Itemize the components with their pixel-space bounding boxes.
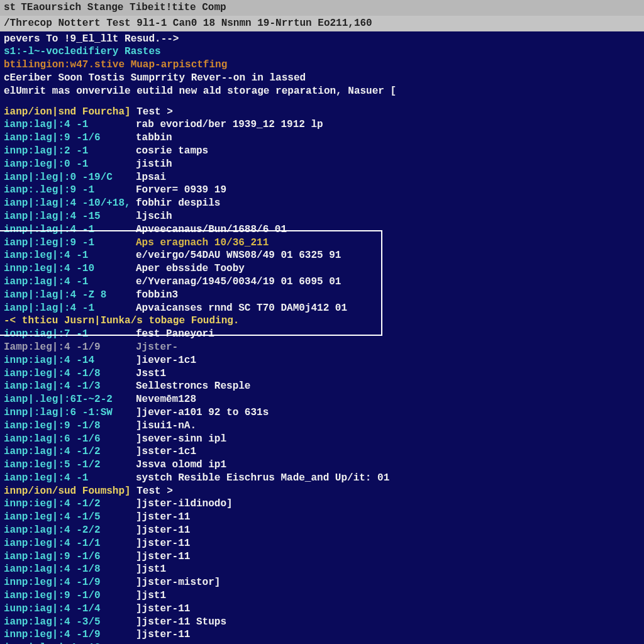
terminal-line: innp|:lag|:4 -1Apveecanaus/Bun/1688/6 01 bbox=[4, 223, 640, 236]
line-prefix: innp|:lag|:4 -1 bbox=[4, 223, 136, 236]
line-content: ]jster-11 bbox=[136, 524, 190, 537]
line-prefix: ianp:lag|:4 -1/8 bbox=[4, 563, 136, 576]
section-header-rest: Test > bbox=[131, 485, 173, 498]
line-content: Jssva olomd ip1 bbox=[136, 458, 226, 472]
line-prefix: innp:ieg|:4 -1/2 bbox=[4, 497, 136, 511]
line-content: Jsst1 bbox=[136, 367, 166, 380]
terminal-area[interactable]: pevers To !9_El_llt Resud.-->s1:-l~-vocl… bbox=[0, 31, 644, 644]
line-prefix: ianp:leg|:0 -1 bbox=[4, 158, 136, 171]
line-prefix: ianp:leg|:4 -1 bbox=[4, 472, 136, 485]
line-content: ]sster-1c1 bbox=[136, 445, 196, 458]
line-prefix: ianp:lag|:6 -1/6 bbox=[4, 433, 136, 446]
menubar-text: /Threcop Nottert Test 9l1-1 Can0 18 Nsnm… bbox=[4, 17, 372, 30]
terminal-line: ianp|:lag|:4 -16 bbox=[4, 641, 640, 644]
line-content: ]jster-11 bbox=[136, 550, 190, 564]
line-content: e/Yveranag/1945/0034/19 01 6095 01 bbox=[136, 275, 341, 289]
line-content: rab evoriod/ber 1939_12 1912 lp bbox=[136, 118, 323, 131]
terminal-line: ianp|:lag|:4 -Z 8fobbin3 bbox=[4, 289, 640, 302]
terminal-line: ianp:leg|:5 -1/2Jssva olomd ip1 bbox=[4, 458, 640, 472]
terminal-line: ianp:lag|:9 -1/6tabbin bbox=[4, 131, 640, 145]
line-content: Apvaicanses rnnd SC T70 DAM0j412 01 bbox=[136, 302, 347, 315]
line-prefix: ianp:.leg|:9 -1 bbox=[4, 184, 136, 197]
section-header-prefix: ianp/ion|snd Fourcha] bbox=[4, 106, 131, 119]
line-content: ]jster-11 Stups bbox=[136, 616, 226, 629]
status-line: -< thticu Jusrn|Iunka/s tobage Fouding. bbox=[4, 314, 640, 328]
line-prefix: ianp|:leg|:9 -1 bbox=[4, 236, 136, 250]
line-prefix: ianp|:lag|:4 -10/+18, bbox=[4, 197, 136, 210]
line-content: jistih bbox=[136, 158, 172, 171]
terminal-line: ianp|:leg|:9 -1Aps eragnach 10/36_211 bbox=[4, 236, 640, 250]
line-content: e/veirgo/54DAU WNS08/49 01 6325 91 bbox=[136, 249, 341, 262]
line-prefix: ianp:leg|:4 -1 bbox=[4, 249, 136, 262]
line-prefix: ianp|:lag|:4 -Z 8 bbox=[4, 289, 136, 302]
section-header: innp/ion/sud Foumshp] Test > bbox=[4, 485, 640, 498]
line-prefix: iunp:iag|:4 -1/4 bbox=[4, 602, 136, 616]
line-content: ]iever-1c1 bbox=[136, 354, 196, 367]
line-prefix: ianp:leg|:5 -1/2 bbox=[4, 458, 136, 472]
line-content: ]jst1 bbox=[136, 589, 166, 602]
terminal-line: ianp:lag|:4 -3/5]jster-11 Stups bbox=[4, 616, 640, 629]
line-prefix: ianp|.leg|:6I-~2-2 bbox=[4, 393, 136, 406]
terminal-line: pevers To !9_El_llt Resud.--> bbox=[4, 33, 640, 46]
terminal-line: ianp:leg|:9 -1/0]jst1 bbox=[4, 589, 640, 602]
terminal-line: innp:leg|:4 -1/9]jster-11 bbox=[4, 628, 640, 641]
terminal-line: ionp:iag|:7 -1fest Paneyori bbox=[4, 328, 640, 341]
line-prefix: ianp:lag|:4 -2/2 bbox=[4, 524, 136, 537]
line-prefix: ianp:lag|:4 -3/5 bbox=[4, 616, 136, 629]
terminal-line: ianp:lag|:6 -1/6]sever-sinn ipl bbox=[4, 433, 640, 446]
terminal-line: ianp:.leg|:9 -1Forver= 0939 19 bbox=[4, 184, 640, 197]
terminal-line: ianp:leg|:4 -1/1]jster-11 bbox=[4, 537, 640, 550]
line-content: Nevemēm128 bbox=[136, 393, 196, 406]
terminal-line: iunp:iag|:4 -1/4]jster-11 bbox=[4, 602, 640, 616]
line-content: Jjster- bbox=[136, 341, 178, 354]
line-prefix: ianp:leg|:9 -1/8 bbox=[4, 419, 136, 433]
terminal-line: Iamp:leg|:4 -1/9Jjster- bbox=[4, 341, 640, 354]
line-content: ]jster-11 bbox=[136, 628, 190, 641]
line-content: ]jster-11 bbox=[136, 511, 190, 524]
line-content: ]jster-mistor] bbox=[136, 576, 220, 589]
terminal-line: cEeriber Soon Tostis Sumprrity Rever--on… bbox=[4, 72, 640, 85]
terminal-line: innp|:lag|:6 -1:SW]jever-a101 92 to 631s bbox=[4, 406, 640, 419]
title-bar: st TEaoursich Stange Tibeit!tite Comp bbox=[0, 0, 644, 16]
line-content: ]jst1 bbox=[136, 563, 166, 576]
terminal-line: ianp|:leg|:0 -19/Clpsai bbox=[4, 171, 640, 184]
line-prefix: innp:leg|:4 -1/9 bbox=[4, 576, 136, 589]
line-prefix: innp:iag|:4 -14 bbox=[4, 354, 136, 367]
line-prefix: innp:lag|:2 -1 bbox=[4, 145, 136, 158]
terminal-line: elUmrit mas onvervile eutild new ald sto… bbox=[4, 85, 640, 98]
line-prefix: ianp|:leg|:0 -19/C bbox=[4, 171, 136, 184]
terminal-line: ianp:leg|:4 -1e/veirgo/54DAU WNS08/49 01… bbox=[4, 249, 640, 262]
line-content: cosrie tamps bbox=[136, 145, 208, 158]
terminal-line: ianp:lag|:4 -1/8]jst1 bbox=[4, 563, 640, 576]
section-header-prefix: innp/ion/sud Foumshp] bbox=[4, 485, 131, 498]
terminal-line: ianp:leg|:4 -1/5]jster-11 bbox=[4, 511, 640, 524]
titlebar-title: TEaoursich Stange Tibeit!tite Comp bbox=[21, 1, 226, 14]
section-header-rest: Test > bbox=[131, 106, 173, 119]
line-content: Forver= 0939 19 bbox=[136, 184, 226, 197]
terminal-line: btilingion:w47.stive Muap-arpisctfing bbox=[4, 58, 640, 72]
titlebar-prefix: st bbox=[4, 1, 16, 14]
line-content: ]sever-sinn ipl bbox=[136, 433, 226, 446]
line-content: ]jster-11 bbox=[136, 537, 190, 550]
terminal-line: innp:leg|:4 -1/9]jster-mistor] bbox=[4, 576, 640, 589]
terminal-line: ianp:leg|:4 -1/8Jsst1 bbox=[4, 367, 640, 380]
line-content: Aps eragnach 10/36_211 bbox=[136, 236, 269, 250]
line-content: ]jever-a101 92 to 631s bbox=[136, 406, 269, 419]
line-prefix: ianp:lag|:9 -1/6 bbox=[4, 131, 136, 145]
line-prefix: ianp:lag|:9 -1/6 bbox=[4, 550, 136, 564]
terminal-line: innp:lag|:2 -1cosrie tamps bbox=[4, 145, 640, 158]
menu-bar: /Threcop Nottert Test 9l1-1 Can0 18 Nsnm… bbox=[0, 16, 644, 31]
terminal-line: ianp|.leg|:6I-~2-2Nevemēm128 bbox=[4, 393, 640, 406]
line-content: fobhir despils bbox=[136, 197, 220, 210]
line-content: ]isui1-nA. bbox=[136, 419, 196, 433]
terminal-line: ianp:lag|:4 -1e/Yveranag/1945/0034/19 01… bbox=[4, 275, 640, 289]
terminal-line: ianp:leg|:0 -1jistih bbox=[4, 158, 640, 171]
line-content: tabbin bbox=[136, 131, 172, 145]
line-content: ]jster-ildinodo] bbox=[136, 497, 233, 511]
line-prefix: innp:leg|:4 -1/9 bbox=[4, 628, 136, 641]
terminal-line: ianp|:lag|:4 -10/+18,fobhir despils bbox=[4, 197, 640, 210]
line-prefix: ianp|:lag|:4 -1 bbox=[4, 302, 136, 315]
terminal-line: ianp:lag|:4 -2/2]jster-11 bbox=[4, 524, 640, 537]
line-prefix: innp|:lag|:6 -1:SW bbox=[4, 406, 136, 419]
line-prefix: ionp:iag|:7 -1 bbox=[4, 328, 136, 341]
